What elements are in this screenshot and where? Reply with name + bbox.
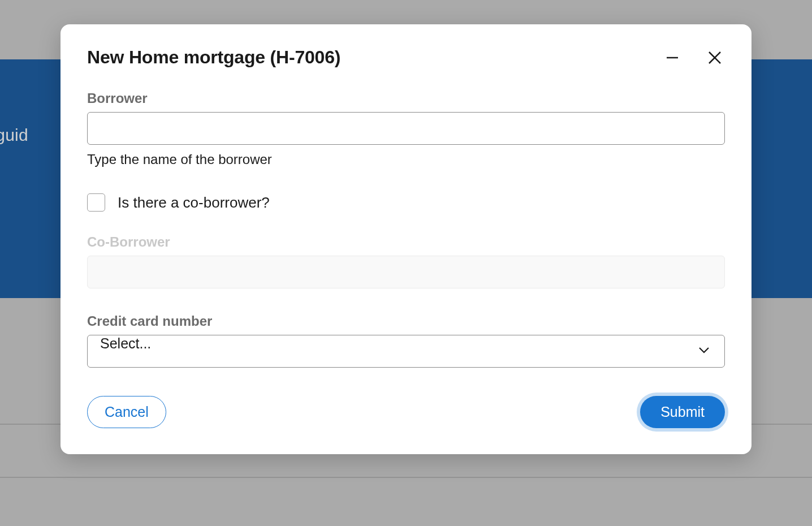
co-borrower-checkbox[interactable] — [87, 193, 105, 212]
submit-button[interactable]: Submit — [640, 396, 725, 428]
modal-overlay: New Home mortgage (H-7006) Borrower Type… — [0, 0, 812, 526]
new-mortgage-modal: New Home mortgage (H-7006) Borrower Type… — [61, 24, 751, 454]
co-borrower-checkbox-row: Is there a co-borrower? — [87, 193, 725, 212]
borrower-help-text: Type the name of the borrower — [87, 152, 725, 167]
modal-header: New Home mortgage (H-7006) — [87, 47, 725, 68]
credit-card-select[interactable]: Select... — [87, 335, 725, 368]
credit-card-field-group: Credit card number Select... — [87, 313, 725, 368]
co-borrower-field-group: Co-Borrower — [87, 234, 725, 288]
borrower-input[interactable] — [87, 112, 725, 145]
minimize-button[interactable] — [663, 48, 682, 67]
credit-card-selected-value: Select... — [100, 335, 151, 351]
borrower-field-group: Borrower Type the name of the borrower — [87, 90, 725, 167]
borrower-label: Borrower — [87, 90, 725, 106]
modal-footer: Cancel Submit — [87, 396, 725, 428]
modal-header-actions — [663, 48, 725, 68]
modal-title: New Home mortgage (H-7006) — [87, 47, 340, 68]
credit-card-select-wrapper: Select... — [87, 335, 725, 368]
cancel-button[interactable]: Cancel — [87, 396, 166, 428]
co-borrower-label: Co-Borrower — [87, 234, 725, 250]
close-button[interactable] — [705, 48, 725, 68]
co-borrower-checkbox-label: Is there a co-borrower? — [118, 194, 270, 212]
close-icon — [707, 50, 723, 66]
minimize-icon — [665, 50, 680, 65]
co-borrower-input — [87, 256, 725, 288]
credit-card-label: Credit card number — [87, 313, 725, 329]
